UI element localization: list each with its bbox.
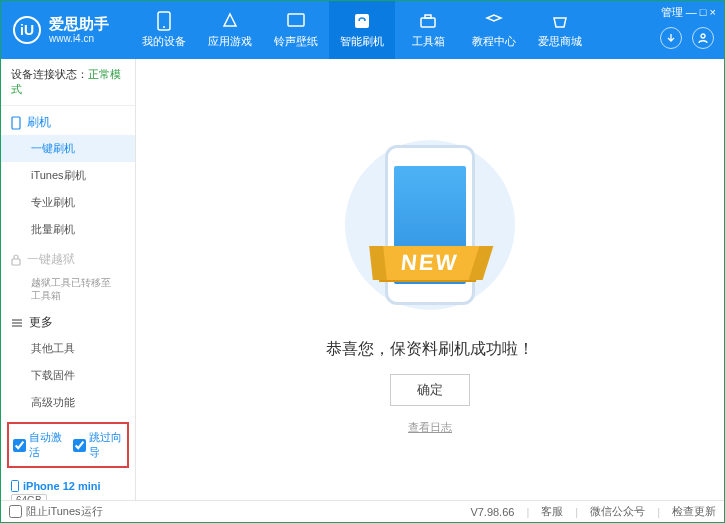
wechat-link[interactable]: 微信公众号 <box>590 504 645 519</box>
logo-icon: iU <box>13 16 41 44</box>
nav-label: 智能刷机 <box>340 34 384 49</box>
main-content: NEW 恭喜您，保资料刷机成功啦！ 确定 查看日志 <box>136 59 724 500</box>
section-flash[interactable]: 刷机 <box>1 106 135 135</box>
phone-icon <box>154 11 174 31</box>
checkbox-skip-guide[interactable]: 跳过向导 <box>73 430 123 460</box>
options-highlighted: 自动激活 跳过向导 <box>7 422 129 468</box>
view-log-link[interactable]: 查看日志 <box>408 420 452 435</box>
nav-flash[interactable]: 智能刷机 <box>329 1 395 59</box>
svg-rect-2 <box>288 14 304 26</box>
brand-name: 爱思助手 <box>49 16 109 33</box>
status-label: 设备连接状态： <box>11 68 88 80</box>
header-action-icons <box>660 27 714 49</box>
device-name[interactable]: iPhone 12 mini <box>11 480 125 492</box>
logo-text: 爱思助手 www.i4.cn <box>49 16 109 44</box>
sidebar-item-batch[interactable]: 批量刷机 <box>1 216 135 243</box>
new-banner: NEW <box>380 246 481 280</box>
nav-label: 爱思商城 <box>538 34 582 49</box>
nav-ringtones[interactable]: 铃声壁纸 <box>263 1 329 59</box>
section-more[interactable]: 更多 <box>1 306 135 335</box>
checkbox-auto-activate[interactable]: 自动激活 <box>13 430 63 460</box>
success-illustration: NEW <box>335 125 525 325</box>
window-controls[interactable]: 管理 — □ × <box>661 5 716 20</box>
nav-label: 工具箱 <box>412 34 445 49</box>
service-link[interactable]: 客服 <box>541 504 563 519</box>
sidebar-item-pro[interactable]: 专业刷机 <box>1 189 135 216</box>
logo-area: iU 爱思助手 www.i4.cn <box>1 16 131 44</box>
title-bar: iU 爱思助手 www.i4.cn 我的设备 应用游戏 铃声壁纸 智能刷机 工具… <box>1 1 724 59</box>
svg-rect-7 <box>12 117 20 129</box>
nav-store[interactable]: 爱思商城 <box>527 1 593 59</box>
flash-icon <box>352 11 372 31</box>
toolbox-icon <box>418 11 438 31</box>
body: 设备连接状态：正常模式 刷机 一键刷机 iTunes刷机 专业刷机 批量刷机 一… <box>1 59 724 500</box>
svg-rect-3 <box>355 14 369 28</box>
checkbox-input[interactable] <box>13 439 26 452</box>
lock-icon <box>11 254 21 266</box>
wallpaper-icon <box>286 11 306 31</box>
update-link[interactable]: 检查更新 <box>672 504 716 519</box>
svg-rect-12 <box>12 481 19 492</box>
confirm-button[interactable]: 确定 <box>390 374 470 406</box>
nav-label: 教程中心 <box>472 34 516 49</box>
user-icon[interactable] <box>692 27 714 49</box>
sidebar-item-itunes[interactable]: iTunes刷机 <box>1 162 135 189</box>
nav-apps[interactable]: 应用游戏 <box>197 1 263 59</box>
nav-label: 应用游戏 <box>208 34 252 49</box>
device-info: iPhone 12 mini 64GB Down-12mini-13,1 <box>1 474 135 500</box>
sidebar: 设备连接状态：正常模式 刷机 一键刷机 iTunes刷机 专业刷机 批量刷机 一… <box>1 59 136 500</box>
brand-url: www.i4.cn <box>49 33 109 44</box>
nav-label: 铃声壁纸 <box>274 34 318 49</box>
device-status: 设备连接状态：正常模式 <box>1 59 135 106</box>
version-label: V7.98.66 <box>470 506 514 518</box>
menu-icon <box>11 318 23 328</box>
section-title: 刷机 <box>27 114 51 131</box>
nav-my-device[interactable]: 我的设备 <box>131 1 197 59</box>
svg-point-6 <box>701 34 705 38</box>
nav-label: 我的设备 <box>142 34 186 49</box>
svg-rect-4 <box>421 18 435 27</box>
svg-rect-8 <box>12 259 20 265</box>
main-nav: 我的设备 应用游戏 铃声壁纸 智能刷机 工具箱 教程中心 爱思商城 <box>131 1 724 59</box>
sidebar-item-advanced[interactable]: 高级功能 <box>1 389 135 416</box>
checkbox-input[interactable] <box>9 505 22 518</box>
footer-right: V7.98.66 | 客服 | 微信公众号 | 检查更新 <box>470 504 716 519</box>
apps-icon <box>220 11 240 31</box>
device-storage: 64GB <box>11 494 47 500</box>
sidebar-item-download[interactable]: 下载固件 <box>1 362 135 389</box>
nav-toolbox[interactable]: 工具箱 <box>395 1 461 59</box>
nav-tutorials[interactable]: 教程中心 <box>461 1 527 59</box>
checkbox-input[interactable] <box>73 439 86 452</box>
tutorial-icon <box>484 11 504 31</box>
status-bar: 阻止iTunes运行 V7.98.66 | 客服 | 微信公众号 | 检查更新 <box>1 500 724 522</box>
block-itunes-option[interactable]: 阻止iTunes运行 <box>9 504 103 519</box>
sidebar-item-oneclick[interactable]: 一键刷机 <box>1 135 135 162</box>
section-jailbreak: 一键越狱 <box>1 243 135 272</box>
section-title: 一键越狱 <box>27 251 75 268</box>
download-icon[interactable] <box>660 27 682 49</box>
section-title: 更多 <box>29 314 53 331</box>
phone-tiny-icon <box>11 480 19 492</box>
svg-point-1 <box>163 26 165 28</box>
store-icon <box>550 11 570 31</box>
svg-rect-5 <box>425 15 431 18</box>
jailbreak-note: 越狱工具已转移至 工具箱 <box>1 272 135 306</box>
phone-small-icon <box>11 116 21 130</box>
success-message: 恭喜您，保资料刷机成功啦！ <box>326 339 534 360</box>
sidebar-item-other[interactable]: 其他工具 <box>1 335 135 362</box>
